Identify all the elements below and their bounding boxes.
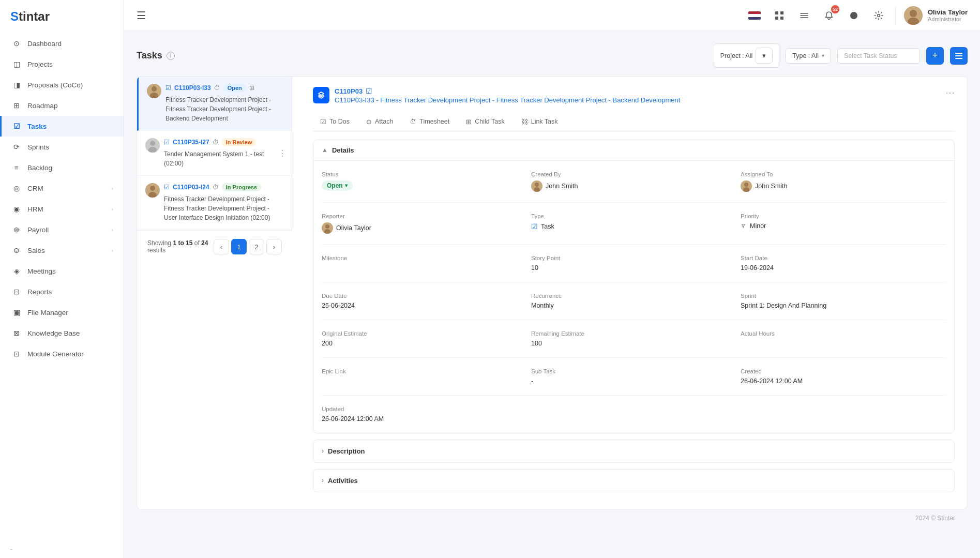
svg-point-6 <box>910 10 917 17</box>
details-content: Status Open ▾ Created By <box>313 161 954 433</box>
sidebar-item-label: Meetings <box>27 267 56 275</box>
next-page-button[interactable]: › <box>266 239 282 254</box>
add-task-button[interactable]: + <box>926 47 944 65</box>
detail-row-5: Original Estimate 200 Remaining Estimate… <box>322 326 946 358</box>
story-point-value: 10 <box>531 264 736 272</box>
sidebar-item-proposals[interactable]: ◨ Proposals (CoCo) <box>0 74 124 95</box>
sprint-value: Sprint 1: Design And Planning <box>741 302 946 309</box>
svg-rect-9 <box>955 55 962 56</box>
chevron-up-icon: ▲ <box>322 146 328 154</box>
sidebar-item-sales[interactable]: ⊜ Sales › <box>0 240 124 261</box>
pagination-info: Showing 1 to 15 of 24 results <box>147 239 214 254</box>
sidebar-item-reports[interactable]: ⊟ Reports <box>0 281 124 302</box>
header-left: ☰ <box>137 9 146 22</box>
clock-icon: ⏱ <box>213 139 219 146</box>
sidebar-item-hrm[interactable]: ◉ HRM › <box>0 199 124 219</box>
status-open-badge[interactable]: Open ▾ <box>322 180 353 191</box>
user-avatar <box>904 6 923 25</box>
sidebar-item-projects[interactable]: ◫ Projects <box>0 54 124 74</box>
updated-label: Updated <box>322 406 527 412</box>
archive-icon: ⊞ <box>249 84 254 92</box>
notification-icon[interactable]: 52 <box>821 7 837 24</box>
sidebar-item-roadmap[interactable]: ⊞ Roadmap <box>0 95 124 116</box>
list-view-button[interactable] <box>950 47 968 65</box>
chevron-right-icon: › <box>111 185 113 191</box>
type-filter[interactable]: Type : All ▾ <box>786 48 831 64</box>
task-status-badge: In Review <box>222 138 257 146</box>
assigned-to-field: Assigned To John Smith <box>741 167 946 196</box>
assigned-to-avatar <box>741 180 752 192</box>
task-title-group: C110P03 ☑ C110P03-I33 - Fitness Tracker … <box>335 87 680 105</box>
tab-child-task-label: Child Task <box>475 118 504 125</box>
sidebar-item-crm[interactable]: ◎ CRM › <box>0 178 124 199</box>
task-type-icon: ☑ <box>531 222 538 231</box>
reports-icon: ⊟ <box>12 287 21 296</box>
task-item[interactable]: ☑ C110P03-I24 ⏱ In Progress Fitness Trac… <box>137 176 292 230</box>
sidebar-item-dashboard[interactable]: ⊙ Dashboard <box>0 33 124 54</box>
info-icon[interactable]: i <box>167 52 175 60</box>
story-point-label: Story Point <box>531 255 736 261</box>
grid-icon[interactable] <box>771 7 788 24</box>
sidebar-item-tasks[interactable]: ☑ Tasks <box>0 116 124 137</box>
detail-row-1: Status Open ▾ Created By <box>322 167 946 203</box>
sidebar-item-payroll[interactable]: ⊛ Payroll › <box>0 219 124 240</box>
sidebar-item-label: Module Generator <box>27 350 84 358</box>
sidebar-item-meetings[interactable]: ◈ Meetings <box>0 261 124 281</box>
task-detail: C110P03 ☑ C110P03-I33 - Fitness Tracker … <box>300 77 967 509</box>
priority-icon: ⛛ <box>741 222 747 230</box>
page-1-button[interactable]: 1 <box>231 239 247 254</box>
prev-page-button[interactable]: ‹ <box>214 239 229 254</box>
sidebar-item-label: CRM <box>27 185 43 192</box>
details-section-header[interactable]: ▲ Details <box>313 140 954 161</box>
dropbox-icon <box>313 87 329 103</box>
sidebar-item-file-manager[interactable]: ▣ File Manager <box>0 302 124 323</box>
tab-todos[interactable]: ☑ To Dos <box>313 114 357 131</box>
knowledge-base-icon: ⊠ <box>12 328 21 338</box>
tab-link-task[interactable]: ⛓ Link Task <box>514 114 565 131</box>
actual-hours-label: Actual Hours <box>741 330 946 337</box>
content-area: Tasks i Project : All ▾ Type : All ▾ Sel… <box>124 31 980 558</box>
clock-icon: ⏱ <box>214 84 220 92</box>
main-area: ☰ 52 <box>124 0 980 558</box>
task-description: Fitness Tracker Development Project - Fi… <box>164 194 283 222</box>
settings-icon[interactable] <box>870 7 887 24</box>
chevron-right-icon: › <box>322 447 324 455</box>
task-item[interactable]: ☑ C110P35-I27 ⏱ In Review Tender Managem… <box>137 131 292 176</box>
activities-header[interactable]: › Activities <box>313 470 954 492</box>
layout-icon[interactable] <box>796 7 812 24</box>
description-label: Description <box>328 447 365 455</box>
tab-child-task[interactable]: ⊞ Child Task <box>459 114 511 131</box>
original-estimate-field: Original Estimate 200 <box>322 326 527 351</box>
task-content: ☑ C110P35-I27 ⏱ In Review Tender Managem… <box>164 138 283 168</box>
child-task-icon: ⊞ <box>466 118 472 126</box>
sidebar-item-label: Knowledge Base <box>27 329 80 337</box>
description-header[interactable]: › Description <box>313 440 954 462</box>
task-meta: ☑ C110P03-I33 ⏱ Open ⊞ Fitness Tracker D… <box>147 84 283 123</box>
reporter-value: Olivia Taylor <box>322 222 527 234</box>
task-content: ☑ C110P03-I33 ⏱ Open ⊞ Fitness Tracker D… <box>165 84 283 123</box>
project-filter[interactable]: Project : All ▾ <box>714 43 780 68</box>
status-field: Status Open ▾ <box>322 167 527 196</box>
theme-icon[interactable] <box>846 7 862 24</box>
tab-attach[interactable]: ⊙ Attach <box>359 114 400 131</box>
assigned-to-label: Assigned To <box>741 171 946 177</box>
sidebar-item-backlog[interactable]: ≡ Backlog <box>0 157 124 178</box>
more-options-icon[interactable]: ⋮ <box>278 148 287 158</box>
sidebar-item-module-generator[interactable]: ⊡ Module Generator <box>0 343 124 364</box>
detail-row-4: Due Date 25-06-2024 Recurrence Monthly <box>322 289 946 320</box>
flag-icon[interactable] <box>746 7 763 24</box>
task-more-options-icon[interactable]: ⋯ <box>945 87 955 98</box>
sidebar-item-knowledge-base[interactable]: ⊠ Knowledge Base <box>0 323 124 343</box>
tab-timesheet[interactable]: ⏱ Timesheet <box>402 114 457 131</box>
task-id-checkbox-icon: ☑ <box>366 87 372 95</box>
pagination: ‹ 1 2 › <box>214 239 282 254</box>
chevron-down-icon: ▾ <box>822 53 824 58</box>
page-2-button[interactable]: 2 <box>249 239 264 254</box>
sidebar-footer: - <box>0 539 124 558</box>
status-select[interactable]: Select Task Status <box>837 48 920 64</box>
sidebar-item-sprints[interactable]: ⟳ Sprints <box>0 137 124 157</box>
hamburger-button[interactable]: ☰ <box>137 9 146 22</box>
svg-rect-3 <box>780 17 783 20</box>
task-item[interactable]: ☑ C110P03-I33 ⏱ Open ⊞ Fitness Tracker D… <box>137 77 292 131</box>
header: ☰ 52 <box>124 0 980 31</box>
